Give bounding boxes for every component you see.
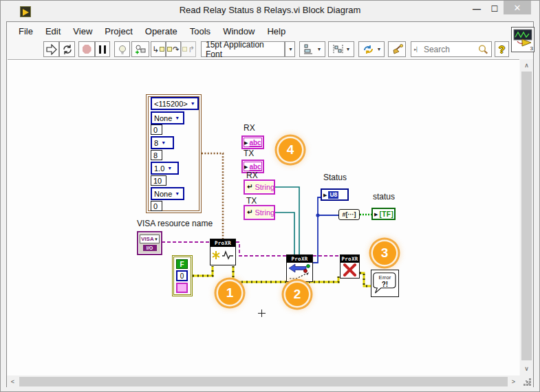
- menu-help[interactable]: Help: [261, 23, 292, 39]
- context-help-button[interactable]: ?: [495, 41, 509, 57]
- run-continuous-icon: [61, 44, 74, 55]
- menu-file[interactable]: File: [12, 23, 39, 39]
- ring-constant-stopbits[interactable]: 1.0▼: [151, 162, 179, 175]
- distribute-objects-button[interactable]: ▼: [328, 41, 354, 57]
- search-icon: [477, 44, 488, 55]
- chevron-down-icon: ▼: [377, 47, 382, 52]
- resize-grip[interactable]: [520, 375, 533, 388]
- proxr-read-status-vi[interactable]: ProXR: [286, 254, 313, 282]
- font-selector[interactable]: 15pt Application Font: [201, 41, 285, 57]
- titlebar: Read Relay Status 8 Relays.vi Block Diag…: [1, 1, 539, 21]
- abort-button[interactable]: [78, 41, 95, 57]
- node-header: ProXR: [341, 255, 359, 263]
- annotation-badge-3[interactable]: 3: [373, 241, 396, 265]
- status-u8-indicator-terminal[interactable]: ▶ U8: [321, 188, 349, 201]
- scroll-down-button[interactable]: ∨: [520, 362, 533, 374]
- align-objects-icon: [303, 44, 315, 54]
- step-out-button[interactable]: ↱: [181, 41, 196, 57]
- menu-view[interactable]: View: [67, 23, 98, 39]
- wire-visa[interactable]: [162, 242, 340, 256]
- maximize-button[interactable]: ☐: [486, 2, 503, 16]
- help-icon: ?: [499, 43, 505, 55]
- step-over-icon: [167, 47, 172, 52]
- proxr-initialize-vi[interactable]: ProXR: [210, 239, 236, 265]
- vertical-scrollbar: ∧ ∨: [520, 59, 533, 375]
- client-area: File Edit View Project Operate Tools Win…: [6, 21, 534, 387]
- wire-rx-string[interactable]: [274, 187, 299, 254]
- error-source-string-constant[interactable]: [176, 283, 188, 293]
- pause-button[interactable]: [95, 41, 110, 57]
- proxr-close-vi[interactable]: ProXR: [340, 254, 360, 279]
- chevron-right-icon: >: [512, 378, 515, 385]
- crosshair-cursor: [258, 309, 266, 317]
- visa-resource-name-label: VISA resource name: [137, 219, 213, 228]
- wire-junction-dot: [316, 213, 319, 217]
- simple-error-handler-vi[interactable]: Error ?!: [371, 270, 399, 297]
- annotation-badge-1[interactable]: 1: [218, 281, 241, 305]
- menu-edit[interactable]: Edit: [39, 23, 67, 39]
- labview-logo[interactable]: 3: [511, 27, 534, 52]
- reorder-objects-button[interactable]: ▼: [358, 41, 385, 57]
- ring-constant-databits[interactable]: 8▼: [151, 136, 174, 149]
- scroll-right-button[interactable]: >: [508, 375, 519, 388]
- align-objects-button[interactable]: ▼: [299, 41, 325, 57]
- run-icon: [45, 44, 58, 55]
- wire-tx-string[interactable]: [274, 213, 294, 254]
- close-button[interactable]: ✕: [504, 1, 531, 14]
- menu-operate[interactable]: Operate: [139, 23, 184, 39]
- minimize-button[interactable]: —: [468, 2, 485, 16]
- indicator-arrow-icon: ▶: [244, 140, 248, 145]
- numeric-constant[interactable]: 0: [151, 201, 162, 211]
- labview-window: Read Relay Status 8 Relays.vi Block Diag…: [0, 0, 540, 392]
- font-selector-dropdown[interactable]: ▼: [285, 41, 295, 57]
- search-box: ▸▏: [411, 41, 492, 57]
- run-continuously-button[interactable]: [59, 41, 75, 57]
- probe-icon: [134, 44, 147, 55]
- highlight-execution-button[interactable]: [114, 41, 130, 57]
- wire-status-u8[interactable]: [313, 197, 338, 263]
- ring-constant-parity[interactable]: None▼: [151, 187, 184, 200]
- bool-false-constant[interactable]: F: [176, 259, 188, 269]
- step-out-icon: [182, 47, 187, 52]
- step-into-icon: ↳: [152, 45, 159, 54]
- broom-icon: [391, 44, 403, 55]
- scroll-left-button[interactable]: <: [7, 375, 19, 388]
- error-code-constant[interactable]: 0: [176, 270, 188, 281]
- chevron-up-icon: ∧: [524, 62, 529, 69]
- step-over-button[interactable]: ↷: [166, 41, 181, 57]
- block-diagram-canvas[interactable]: <115200>▼ None▼ 0 8▼ 8 1.0▼ 10 None▼: [8, 59, 519, 375]
- node-header: ProXR: [210, 239, 235, 247]
- numeric-constant[interactable]: 10: [151, 175, 166, 186]
- tx-local-label: TX: [246, 196, 257, 206]
- tx-string-local-variable[interactable]: ↵ String: [244, 205, 275, 220]
- window-title: Read Relay Status 8 Relays.vi Block Diag…: [1, 5, 539, 15]
- step-into-button[interactable]: ↳: [151, 41, 166, 57]
- scroll-up-button[interactable]: ∧: [520, 59, 533, 71]
- annotation-badge-2[interactable]: 2: [285, 283, 309, 306]
- search-input[interactable]: [422, 44, 477, 55]
- menu-project[interactable]: Project: [98, 23, 138, 39]
- numeric-constant[interactable]: 8: [151, 150, 162, 160]
- run-button[interactable]: [43, 41, 59, 57]
- rx-string-local-variable[interactable]: ↵ String: [244, 179, 275, 195]
- vertical-scroll-thumb[interactable]: [521, 72, 532, 360]
- clean-up-diagram-button[interactable]: [388, 41, 406, 57]
- ring-constant-flow[interactable]: None▼: [151, 111, 184, 124]
- retain-wire-values-button[interactable]: [131, 41, 149, 57]
- indicator-arrow-icon: ▶: [374, 212, 378, 217]
- menu-window[interactable]: Window: [217, 23, 261, 39]
- horizontal-scroll-thumb[interactable]: [19, 377, 508, 386]
- annotation-badge-4[interactable]: 4: [279, 138, 302, 162]
- local-variable-arrow-icon: ↵: [247, 209, 252, 216]
- ring-constant-baud[interactable]: <115200>▼: [151, 97, 199, 110]
- rx-string-indicator-terminal[interactable]: ▶ abc: [241, 135, 264, 149]
- rx-label: RX: [244, 123, 255, 133]
- menu-tools[interactable]: Tools: [184, 23, 217, 39]
- numeric-constant[interactable]: 0: [151, 124, 162, 135]
- number-to-boolean-array-node[interactable]: #[···]: [338, 209, 360, 220]
- visa-resource-name-control[interactable]: VISA ▼ I/O: [137, 231, 162, 255]
- search-scope-icon[interactable]: ▸▏: [414, 47, 420, 52]
- status-bool-array-indicator-terminal[interactable]: ▶ [TF]: [371, 208, 396, 220]
- error-cluster-constant[interactable]: F 0: [172, 255, 193, 296]
- error-handler-text: Error: [371, 274, 398, 281]
